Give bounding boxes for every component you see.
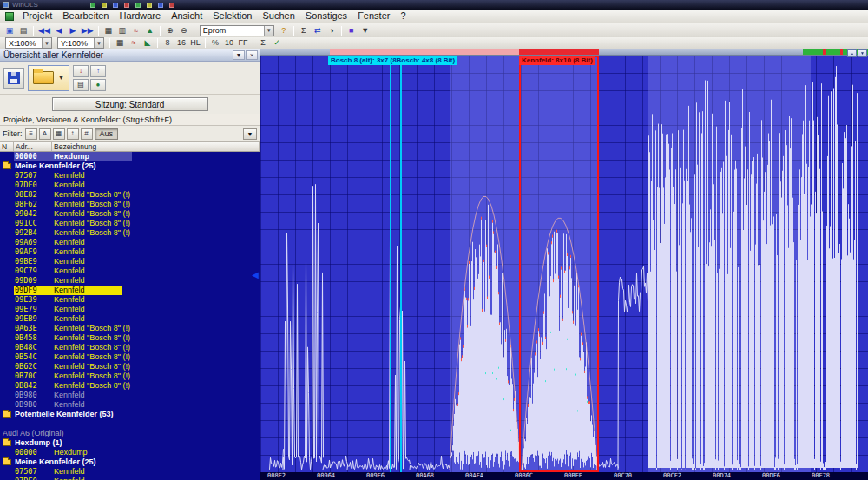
- column-header-n[interactable]: N: [0, 142, 14, 151]
- map-row[interactable]: 07DF0Kennfeld: [0, 477, 260, 480]
- menu-sonstiges[interactable]: Sonstiges: [300, 10, 352, 22]
- grid-toggle[interactable]: ▦: [113, 37, 127, 49]
- map-row[interactable]: 08E82Kennfeld "Bosch 8" (!): [0, 190, 260, 200]
- view-text-button[interactable]: ▥: [115, 25, 129, 36]
- map-list-button[interactable]: ▤: [73, 79, 89, 91]
- column-header-bezeichnung[interactable]: Bezeichnung: [52, 142, 260, 151]
- filter-off-button[interactable]: Aus: [95, 128, 119, 140]
- filter-columns-button[interactable]: ≡: [25, 128, 37, 140]
- map-row[interactable]: 0B70CKennfeld "Bosch 8" (!): [0, 372, 260, 381]
- nav-first-button[interactable]: ◀◀: [36, 25, 52, 36]
- compare-button[interactable]: ⇄: [311, 25, 325, 36]
- view-hexdump-button[interactable]: ▦: [102, 25, 115, 36]
- print-button[interactable]: ▤: [16, 25, 30, 36]
- map-row[interactable]: 09E79Kennfeld: [0, 305, 260, 314]
- bit8-toggle[interactable]: 8: [161, 37, 174, 49]
- map-row[interactable]: 0B980Kennfeld: [0, 391, 260, 400]
- map-label-kennfeld[interactable]: Kennfeld: 8x10 (8 Bit): [519, 56, 595, 65]
- project-row[interactable]: Audi A6 (Original): [0, 429, 260, 438]
- open-project-button[interactable]: ▼: [28, 65, 69, 91]
- help-button[interactable]: ?: [277, 25, 291, 36]
- nav-last-button[interactable]: ▶▶: [80, 25, 95, 36]
- map-row[interactable]: 091CCKennfeld "Bosch 8" (!): [0, 219, 260, 228]
- map-row[interactable]: 00000Hexdump: [0, 448, 260, 457]
- y-zoom-combo[interactable]: Y:100% ▼: [57, 37, 104, 49]
- nav-next-button[interactable]: ▶: [66, 25, 80, 36]
- online-db-button[interactable]: ●: [90, 79, 106, 91]
- save-button[interactable]: ▣: [3, 25, 16, 36]
- filter-name-button[interactable]: A: [39, 128, 51, 140]
- menu-projekt[interactable]: Projekt: [17, 10, 57, 22]
- map-row[interactable]: 09EB9Kennfeld: [0, 314, 260, 324]
- menu-ansicht[interactable]: Ansicht: [166, 10, 207, 22]
- menu-selektion[interactable]: Selektion: [207, 10, 257, 22]
- column-header-adr[interactable]: Adr...: [14, 142, 52, 151]
- panel-menu-button[interactable]: ▾: [233, 50, 245, 60]
- scroll-up-button[interactable]: ▲: [847, 49, 857, 57]
- menu-suchen[interactable]: Suchen: [258, 10, 300, 22]
- hexdump-row[interactable]: 00000Hexdump: [0, 152, 260, 161]
- map-row[interactable]: 09C79Kennfeld: [0, 266, 260, 276]
- map-row[interactable]: 0B9B0Kennfeld: [0, 400, 260, 410]
- panel-header[interactable]: Übersicht aller Kennfelder ▾ ×: [0, 49, 260, 62]
- filter-num-button[interactable]: #: [81, 128, 93, 140]
- map-row[interactable]: 092B4Kennfeld "Bosch 8" (!): [0, 228, 260, 238]
- hexdump-plot[interactable]: Bosch 8 (alt): 3x7 (8Bosch: 4x8 (8 Bit)K…: [260, 56, 868, 472]
- folder-row[interactable]: Hexdump (1): [0, 438, 260, 448]
- map-row[interactable]: 09D09Kennfeld: [0, 276, 260, 286]
- checksum-button[interactable]: Σ: [297, 25, 311, 36]
- view-2d-button[interactable]: ≈: [129, 25, 143, 36]
- eprom-combo[interactable]: Eprom ▼: [200, 25, 274, 36]
- map-row[interactable]: 09E39Kennfeld: [0, 295, 260, 305]
- curve-toggle[interactable]: ≈: [127, 37, 141, 49]
- menu-hardware[interactable]: Hardware: [114, 10, 166, 22]
- zoom-in-button[interactable]: ⊕: [163, 25, 177, 36]
- menu-help[interactable]: ?: [395, 10, 411, 22]
- color-swatch[interactable]: ■: [345, 25, 358, 36]
- map-row[interactable]: 0B458Kennfeld "Bosch 8" (!): [0, 333, 260, 343]
- menu-bearbeiten[interactable]: Bearbeiten: [57, 10, 114, 22]
- list-dropdown-button[interactable]: ▼: [243, 128, 257, 140]
- overview-strip[interactable]: [260, 49, 868, 56]
- map-row[interactable]: 0A63EKennfeld "Bosch 8" (!): [0, 324, 260, 333]
- decimal-toggle[interactable]: 10: [222, 37, 236, 49]
- display-mode-combo[interactable]: ▼: [358, 25, 372, 36]
- projects-combo[interactable]: Projekte, Versionen & Kennfelder: (Strg+…: [0, 114, 260, 126]
- map-row[interactable]: 09AF9Kennfeld: [0, 247, 260, 257]
- map-row[interactable]: 0B62CKennfeld "Bosch 8" (!): [0, 362, 260, 372]
- export-version-button[interactable]: ↑: [90, 65, 106, 77]
- session-button[interactable]: Sitzung: Standard: [52, 97, 208, 111]
- map-row[interactable]: 09DF9Kennfeld: [0, 286, 260, 295]
- surface-toggle[interactable]: ◣: [141, 37, 155, 49]
- menu-fenster[interactable]: Fenster: [352, 10, 395, 22]
- map-row[interactable]: 09BE9Kennfeld: [0, 257, 260, 266]
- map-selection-box[interactable]: [519, 56, 599, 472]
- folder-row[interactable]: Meine Kennfelder (25): [0, 161, 260, 171]
- nav-prev-button[interactable]: ◀: [52, 25, 66, 36]
- filter-sort-button[interactable]: ↕: [67, 128, 79, 140]
- splitter-collapse-icon[interactable]: ◀: [252, 271, 259, 279]
- sum-toggle[interactable]: Σ: [256, 37, 270, 49]
- import-version-button[interactable]: ↓: [73, 65, 89, 77]
- original-toggle[interactable]: ◑: [325, 25, 339, 36]
- map-row[interactable]: 0B842Kennfeld "Bosch 8" (!): [0, 381, 260, 391]
- map-row[interactable]: 09042Kennfeld "Bosch 8" (!): [0, 209, 260, 219]
- percent-toggle[interactable]: %: [208, 37, 222, 49]
- map-row[interactable]: 0B54CKennfeld "Bosch 8" (!): [0, 352, 260, 362]
- map-row[interactable]: 07DF0Kennfeld: [0, 181, 260, 190]
- panel-close-button[interactable]: ×: [246, 50, 258, 60]
- x-zoom-combo[interactable]: X:100% ▼: [5, 37, 52, 49]
- view-3d-button[interactable]: ▲: [143, 25, 157, 36]
- folder-row[interactable]: Potentielle Kennfelder (53): [0, 410, 260, 419]
- map-row[interactable]: 08F62Kennfeld "Bosch 8" (!): [0, 200, 260, 209]
- bit16-toggle[interactable]: 16: [174, 37, 188, 49]
- hex-toggle[interactable]: FF: [236, 37, 250, 49]
- map-row[interactable]: 09A69Kennfeld: [0, 238, 260, 247]
- hilo-toggle[interactable]: HL: [188, 37, 202, 49]
- map-row[interactable]: 07507Kennfeld: [0, 467, 260, 477]
- zoom-out-button[interactable]: ⊖: [177, 25, 191, 36]
- filter-grid-button[interactable]: ▦: [53, 128, 65, 140]
- map-row[interactable]: 07507Kennfeld: [0, 171, 260, 181]
- folder-row[interactable]: Meine Kennfelder (25): [0, 457, 260, 467]
- save-project-button[interactable]: [3, 68, 24, 89]
